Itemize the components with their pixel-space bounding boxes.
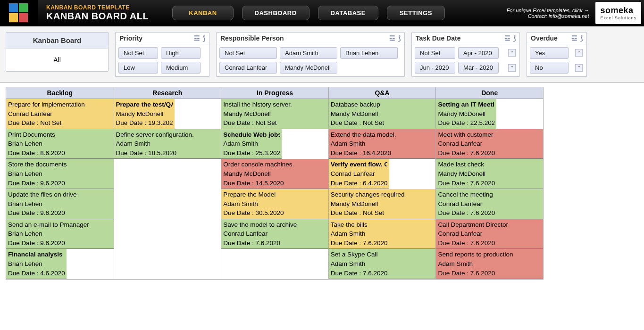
kanban-card[interactable]: Verify event flow. Overdue !Conrad Lanfe… — [329, 159, 389, 189]
col-hdr-inprogress: In Progress — [221, 87, 328, 99]
top-right-info: For unique Excel templates, click → Cont… — [507, 0, 596, 26]
kanban-card[interactable]: Extend the data model.Adam SmithDue Date… — [329, 129, 436, 159]
nav-dashboard[interactable]: DASHBOARD — [242, 6, 309, 20]
kanban-card[interactable]: Save the model to archiveConrad LanfearD… — [221, 219, 328, 249]
kanban-card[interactable]: Prepare for implementationConrad Lanfear… — [6, 99, 114, 129]
scroll-down-icon[interactable]: ˅ — [575, 64, 583, 72]
card-title: Print Documents — [8, 130, 112, 140]
board-wrap: Backlog Prepare for implementationConrad… — [0, 83, 644, 283]
card-person: Brian Lehen — [8, 259, 65, 269]
col-backlog: Backlog Prepare for implementationConrad… — [6, 87, 114, 279]
card-title: Security changes required — [331, 190, 434, 199]
kanban-card[interactable]: Call Department DirectorConrad LanfearDu… — [436, 219, 543, 249]
card-title: Made last check — [438, 160, 541, 169]
card-person: Adam Smith — [331, 139, 434, 148]
chip-priority-medium[interactable]: Medium — [161, 62, 201, 74]
kanban-card[interactable]: Financial analysis report Overdue !Brian… — [6, 249, 67, 279]
col-hdr-done: Done — [436, 87, 543, 99]
chip-resp-mandy[interactable]: Mandy McDonell — [280, 62, 337, 74]
card-due-date: Due Date : 30.5.2020 — [223, 208, 326, 218]
chip-overdue-no[interactable]: No — [530, 62, 569, 74]
kanban-card[interactable]: Order console machines.Mandy McDonellDue… — [221, 159, 328, 189]
card-title: Verify event flow. Overdue ! — [331, 160, 387, 169]
chip-priority-notset[interactable]: Not Set — [118, 47, 158, 59]
card-person: Adam Smith — [331, 259, 434, 269]
slicer-priority-body: Not Set High Low Medium — [116, 44, 209, 76]
col-body-done: Setting an IT Meeting Overdue !Mandy McD… — [436, 99, 543, 279]
kanban-card[interactable]: Cancel the meetingConrad LanfearDue Date… — [436, 189, 543, 219]
multiselect-icon[interactable]: ☲ — [389, 34, 395, 42]
clear-filter-icon[interactable]: ⟆ — [580, 34, 583, 42]
templates-link[interactable]: For unique Excel templates, click → — [507, 8, 589, 13]
chip-due-mar[interactable]: Mar - 2020 — [458, 62, 499, 74]
kanban-card[interactable]: Send an e-mail to PmanagerBrian LehenDue… — [6, 219, 114, 249]
slicer-kanban-value[interactable]: All — [6, 49, 108, 71]
chip-resp-adam[interactable]: Adam Smith — [280, 47, 337, 59]
clear-filter-icon[interactable]: ⟆ — [398, 34, 401, 42]
card-due-date: Due Date : 9.6.2020 — [8, 179, 112, 188]
card-due-date: Due Date : 19.3.2020 — [116, 118, 173, 128]
chip-due-notset[interactable]: Not Set — [415, 47, 455, 59]
kanban-card[interactable]: Update the files on driveBrian LehenDue … — [6, 189, 114, 219]
card-person: Brian Lehen — [8, 139, 112, 148]
multiselect-icon[interactable]: ☲ — [504, 34, 510, 42]
kanban-card[interactable]: Prepare the test/QA Overdue !Mandy McDon… — [114, 99, 175, 129]
multiselect-icon[interactable]: ☲ — [571, 34, 577, 42]
slicer-overdue-title: Overdue — [531, 34, 558, 42]
col-body-backlog: Prepare for implementationConrad Lanfear… — [6, 99, 114, 279]
kanban-card[interactable]: Database backupMandy McDonellDue Date : … — [329, 99, 436, 129]
card-title: Call Department Director — [438, 220, 541, 230]
card-title: Set a Skype Call — [331, 250, 434, 259]
contact-info: Contact: info@someka.net — [528, 13, 589, 19]
chip-priority-high[interactable]: High — [161, 47, 201, 59]
nav-database[interactable]: DATABASE — [318, 6, 378, 20]
app-subtitle: KANBAN BOARD TEMPLATE — [46, 4, 149, 11]
card-title: Send an e-mail to Pmanager — [8, 220, 112, 230]
kanban-board: Backlog Prepare for implementationConrad… — [6, 87, 544, 280]
multiselect-icon[interactable]: ☲ — [194, 34, 200, 42]
kanban-card[interactable]: Install the history server.Mandy McDonel… — [221, 99, 328, 129]
brand-box: someka Excel Solutions — [595, 2, 641, 24]
kanban-card[interactable]: Set a Skype CallAdam SmithDue Date : 7.6… — [329, 249, 436, 279]
scroll-up-icon[interactable]: ˄ — [508, 49, 516, 57]
card-person: Mandy McDonell — [331, 199, 434, 209]
chip-due-jun[interactable]: Jun - 2020 — [415, 62, 455, 74]
col-hdr-backlog: Backlog — [6, 87, 114, 99]
scroll-up-icon[interactable]: ˄ — [575, 49, 583, 57]
kanban-card[interactable]: Send reports to productionAdam SmithDue … — [436, 249, 543, 279]
kanban-card[interactable]: Store the documentsBrian LehenDue Date :… — [6, 159, 114, 189]
chip-resp-conrad[interactable]: Conrad Lanfear — [219, 62, 277, 74]
chip-due-apr[interactable]: Apr - 2020 — [458, 47, 499, 59]
col-qa: Q&A Database backupMandy McDonellDue Dat… — [328, 87, 436, 279]
nav-settings[interactable]: SETTINGS — [387, 6, 445, 20]
page-title: KANBAN BOARD ALL — [46, 11, 149, 22]
kanban-card[interactable]: Prepare the ModelAdam SmithDue Date : 30… — [221, 189, 328, 219]
kanban-card[interactable]: Take the billsAdam SmithDue Date : 7.6.2… — [329, 219, 436, 249]
kanban-card[interactable]: Print DocumentsBrian LehenDue Date : 8.6… — [6, 129, 114, 159]
chip-priority-low[interactable]: Low — [118, 62, 158, 74]
kanban-card[interactable]: Made last checkMandy McDonellDue Date : … — [436, 159, 543, 189]
slicer-overdue: Overdue ☲ ⟆ Yes No ˄ ˅ — [527, 32, 587, 77]
card-due-date: Due Date : 25.3.2020 — [223, 148, 280, 158]
chip-overdue-yes[interactable]: Yes — [530, 47, 569, 59]
kanban-card[interactable]: Security changes requiredMandy McDonellD… — [329, 189, 436, 219]
kanban-card[interactable]: Schedule Web jobs Overdue !Adam SmithDue… — [221, 129, 282, 159]
kanban-card[interactable]: Define server configuration.Adam SmithDu… — [114, 129, 221, 159]
card-person: Conrad Lanfear — [438, 199, 541, 209]
card-person: Brian Lehen — [8, 169, 112, 179]
col-body-inprogress: Install the history server.Mandy McDonel… — [221, 99, 328, 249]
kanban-card[interactable]: Setting an IT Meeting Overdue !Mandy McD… — [436, 99, 496, 129]
card-person: Conrad Lanfear — [8, 109, 112, 119]
nav-kanban[interactable]: KANBAN — [172, 6, 233, 20]
card-due-date: Due Date : 7.6.2020 — [331, 269, 434, 278]
card-person: Mandy McDonell — [223, 109, 326, 119]
clear-filter-icon[interactable]: ⟆ — [203, 34, 205, 42]
scroll-down-icon[interactable]: ˅ — [508, 64, 516, 72]
app-logo — [0, 0, 38, 26]
card-title: Define server configuration. — [116, 130, 219, 140]
kanban-card[interactable]: Meet with customerConrad LanfearDue Date… — [436, 129, 543, 159]
chip-resp-notset[interactable]: Not Set — [219, 47, 277, 59]
chip-resp-brian[interactable]: Brian Lehen — [340, 47, 398, 59]
clear-filter-icon[interactable]: ⟆ — [513, 34, 516, 42]
card-title: Database backup — [331, 100, 434, 109]
